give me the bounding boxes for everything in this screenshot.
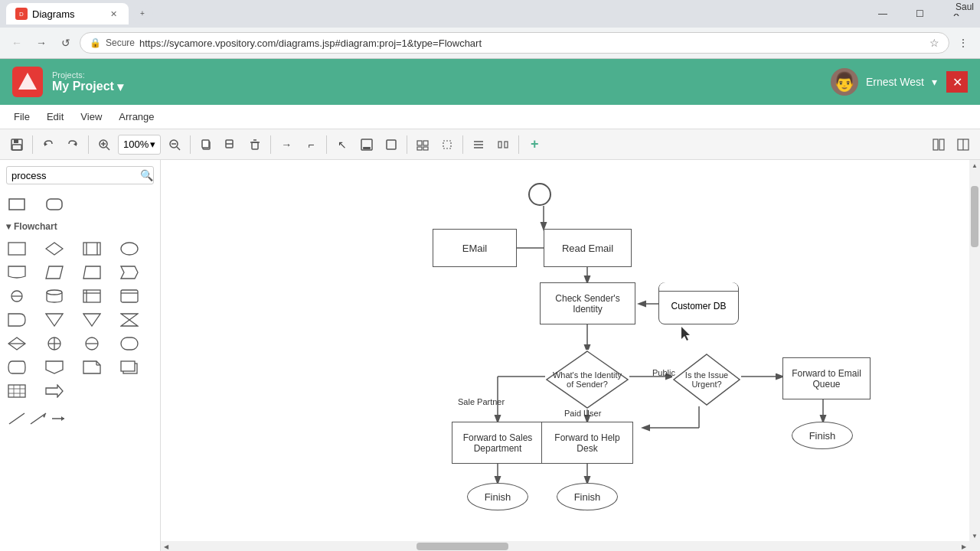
pointer-button[interactable]: ↖ [332, 134, 353, 155]
fc-arrow-shape[interactable] [44, 380, 65, 402]
forward-button[interactable]: → [31, 32, 52, 54]
group-button[interactable] [412, 134, 433, 155]
diagram-canvas[interactable]: EMail Read Email Check Sender's Identity… [161, 160, 980, 551]
back-button[interactable]: ← [6, 32, 28, 54]
forward-help-node[interactable]: Forward to Help Desk [541, 422, 633, 464]
zoom-out-button[interactable] [164, 134, 185, 155]
scroll-thumb-horizontal[interactable] [416, 543, 508, 550]
finish-2-node[interactable]: Finish [557, 483, 618, 510]
scroll-up-button[interactable]: ▲ [969, 160, 980, 171]
border-button[interactable] [381, 134, 402, 155]
fc-decision[interactable] [44, 238, 65, 259]
rect-shape[interactable] [6, 194, 28, 215]
tab-close-button[interactable]: ✕ [107, 8, 119, 20]
distribute-button[interactable] [492, 134, 514, 155]
issue-diamond-node[interactable]: Is the Issue Urgent? [672, 353, 741, 406]
undo-button[interactable] [38, 134, 59, 155]
fc-process[interactable] [6, 238, 28, 259]
bookmark-icon[interactable]: ☆ [929, 37, 939, 49]
user-info[interactable]: 👨 Ernest West ▾ [831, 68, 937, 96]
canvas-area[interactable]: EMail Read Email Check Sender's Identity… [161, 160, 980, 551]
fill-button[interactable] [356, 134, 377, 155]
search-input[interactable] [11, 170, 140, 181]
align-button[interactable] [468, 134, 489, 155]
rounded-rect-shape[interactable] [44, 194, 65, 215]
scroll-down-button[interactable]: ▼ [969, 530, 980, 541]
svg-rect-55 [83, 290, 100, 302]
new-tab-button[interactable]: + [132, 3, 153, 24]
secure-label: Secure [106, 37, 135, 48]
redo-button[interactable] [62, 134, 83, 155]
connector-style-button[interactable]: ⌐ [300, 134, 322, 155]
flowchart-section-header[interactable]: ▾ Flowchart [0, 218, 160, 235]
finish-3-node[interactable]: Finish [792, 422, 853, 449]
fc-document[interactable] [6, 262, 28, 283]
zoom-level-display[interactable]: 100% ▾ [118, 135, 161, 155]
search-icon[interactable]: 🔍 [140, 169, 153, 181]
email-node[interactable]: EMail [433, 229, 517, 267]
fc-predefined[interactable] [81, 238, 103, 259]
customer-db-node[interactable]: Customer DB [658, 282, 739, 324]
scroll-thumb-vertical[interactable] [971, 186, 978, 247]
start-node[interactable] [528, 183, 551, 206]
fc-or[interactable] [81, 333, 103, 354]
arrow-style-button[interactable]: → [276, 134, 297, 155]
fc-extract[interactable] [44, 309, 65, 331]
search-box[interactable]: 🔍 [6, 166, 154, 184]
fc-data[interactable] [44, 262, 65, 283]
zoom-in-search-button[interactable] [93, 134, 115, 155]
fc-off-page[interactable] [44, 357, 65, 378]
menu-file[interactable]: File [6, 108, 38, 126]
menu-edit[interactable]: Edit [39, 108, 71, 126]
diagonal-line[interactable] [28, 408, 49, 429]
check-sender-node[interactable]: Check Sender's Identity [540, 282, 635, 324]
app-close-button[interactable]: ✕ [946, 71, 968, 93]
fc-database[interactable] [44, 285, 65, 307]
ungroup-button[interactable] [436, 134, 458, 155]
title-bar: D Diagrams ✕ + — ☐ ✕ Saul [0, 0, 980, 28]
scroll-right-button[interactable]: ▶ [959, 541, 969, 551]
forward-email-queue-node[interactable]: Forward to Email Queue [782, 357, 871, 399]
line-connector[interactable] [6, 408, 28, 429]
fc-connector[interactable] [6, 285, 28, 307]
fc-display[interactable] [6, 357, 28, 378]
vertical-scrollbar[interactable]: ▲ ▼ [969, 160, 980, 541]
delete-button[interactable] [244, 134, 266, 155]
arrow-connector[interactable] [49, 408, 70, 429]
fc-terminator[interactable] [119, 333, 140, 354]
read-email-node[interactable]: Read Email [544, 229, 632, 267]
chrome-menu-button[interactable]: ⋮ [952, 32, 974, 54]
panel-toggle-2[interactable] [952, 134, 974, 155]
fc-merge[interactable] [81, 309, 103, 331]
project-name-button[interactable]: My Project ▾ [52, 80, 123, 94]
fc-delay[interactable] [6, 309, 28, 331]
fc-sequential[interactable] [119, 285, 140, 307]
cut-button[interactable] [220, 134, 241, 155]
copy-button[interactable] [195, 134, 217, 155]
horizontal-scrollbar[interactable]: ◀ ▶ [161, 541, 969, 551]
identity-diamond-node[interactable]: What's the Identity of Sender? [545, 350, 629, 409]
fc-preparation[interactable] [119, 262, 140, 283]
menu-view[interactable]: View [73, 108, 109, 126]
fc-sort[interactable] [6, 333, 28, 354]
fc-multiprocess[interactable] [119, 357, 140, 378]
panel-toggle-1[interactable] [928, 134, 949, 155]
fc-note[interactable] [81, 357, 103, 378]
finish-1-node[interactable]: Finish [467, 483, 528, 510]
fc-summing[interactable] [44, 333, 65, 354]
fc-internal-storage[interactable] [81, 285, 103, 307]
save-button[interactable] [6, 134, 28, 155]
minimize-button[interactable]: — [865, 0, 900, 28]
fc-manual[interactable] [81, 262, 103, 283]
menu-arrange[interactable]: Arrange [111, 108, 162, 126]
fc-table[interactable] [6, 380, 28, 402]
refresh-button[interactable]: ↺ [55, 32, 77, 54]
fc-start-end[interactable] [119, 238, 140, 259]
fc-collate[interactable] [119, 309, 140, 331]
browser-tab[interactable]: D Diagrams ✕ [6, 3, 129, 24]
address-bar[interactable]: 🔒 Secure https://sycamore.vpository.com/… [80, 32, 949, 54]
add-button[interactable]: + [524, 134, 545, 155]
scroll-left-button[interactable]: ◀ [161, 541, 172, 551]
maximize-button[interactable]: ☐ [902, 0, 937, 28]
forward-sales-node[interactable]: Forward to Sales Department [452, 422, 544, 464]
